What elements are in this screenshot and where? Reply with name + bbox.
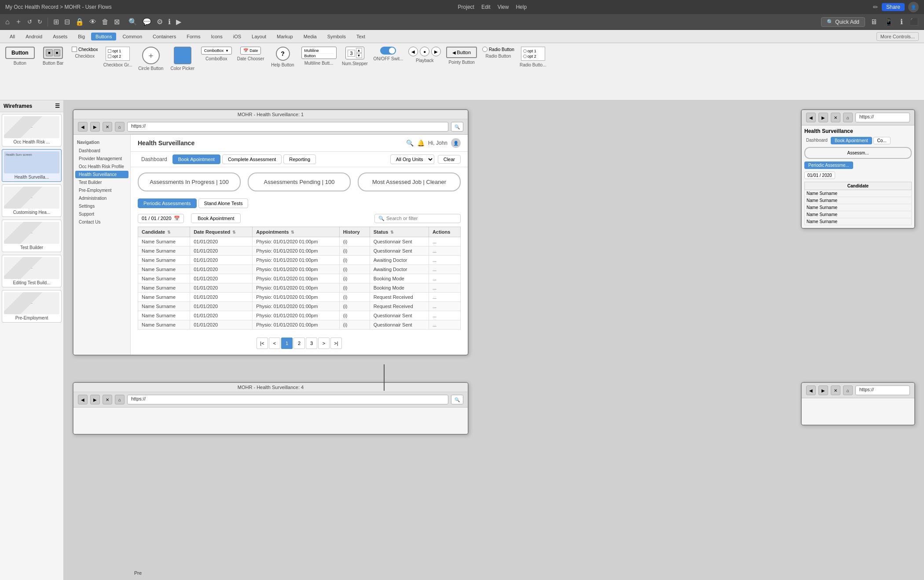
- browser-search-icon[interactable]: 🔍: [451, 122, 463, 132]
- book-appointment-btn[interactable]: Book Apointment: [191, 213, 241, 223]
- nav-item-admin[interactable]: Administration: [75, 195, 128, 202]
- col-date-requested[interactable]: Date Requested ⇅: [190, 227, 253, 237]
- nav-item-test-builder[interactable]: Test Builder: [75, 179, 128, 186]
- toolbar-export-icon[interactable]: ⬛: [908, 17, 920, 27]
- right-home-btn[interactable]: ⌂: [843, 113, 853, 122]
- toolbar-info-icon[interactable]: ℹ: [166, 17, 172, 27]
- right-forward-btn[interactable]: ▶: [818, 113, 828, 122]
- page-prev-btn[interactable]: <: [269, 338, 280, 349]
- menu-project[interactable]: Project: [458, 4, 474, 10]
- toolbar-monitor-icon[interactable]: 🖥: [869, 17, 879, 27]
- table-row[interactable]: Name Surname 01/01/2020 Physio: 01/01/20…: [138, 265, 461, 274]
- wf-item-customising[interactable]: ~ Customising Hea...: [2, 184, 62, 217]
- page-first-btn[interactable]: |<: [257, 338, 268, 349]
- right-back-btn[interactable]: ◀: [806, 113, 816, 122]
- filter-tab-markup[interactable]: Markup: [272, 33, 297, 40]
- filter-tab-media[interactable]: Media: [299, 33, 321, 40]
- toolbar-add-icon[interactable]: ＋: [13, 16, 24, 27]
- bottom-search-icon[interactable]: 🔍: [451, 395, 463, 404]
- filter-tab-android[interactable]: Android: [21, 33, 47, 40]
- reporting-nav-btn[interactable]: Reporting: [283, 154, 316, 164]
- nav-item-health-surv[interactable]: Health Surveillance: [75, 171, 128, 178]
- filter-tab-ios[interactable]: iOS: [229, 33, 246, 40]
- nav-item-support[interactable]: Support: [75, 210, 128, 218]
- page-1-btn[interactable]: 1: [281, 338, 293, 349]
- browser-url-1[interactable]: https://: [127, 122, 448, 132]
- palette-multiline-button[interactable]: Multiline Button Multiline Butt...: [301, 47, 337, 66]
- browser-back-btn[interactable]: ◀: [78, 122, 88, 132]
- bottom-back-btn[interactable]: ◀: [78, 395, 88, 404]
- br-home-btn[interactable]: ⌂: [843, 385, 853, 395]
- filter-tab-symbols[interactable]: Symbols: [323, 33, 350, 40]
- right-complete-btn[interactable]: Co...: [873, 137, 891, 144]
- filter-tab-all[interactable]: All: [5, 33, 19, 40]
- menu-edit[interactable]: Edit: [481, 4, 491, 10]
- table-row[interactable]: Name Surname 01/01/2020 Physio: 01/01/20…: [138, 237, 461, 246]
- toolbar-lock-icon[interactable]: 🔒: [73, 17, 86, 27]
- bell-icon[interactable]: 🔔: [417, 139, 425, 147]
- menu-help[interactable]: Help: [516, 4, 527, 10]
- wf-item-health-surv[interactable]: Health Surv screen Health Surveilla...: [2, 149, 62, 182]
- palette-date-chooser[interactable]: 📅 Date Date Chooser: [237, 47, 264, 61]
- nav-item-contact[interactable]: Contact Us: [75, 218, 128, 226]
- toolbar-comment-icon[interactable]: 💬: [141, 17, 153, 27]
- table-row[interactable]: Name Surname 01/01/2020 Physio: 01/01/20…: [138, 302, 461, 311]
- table-row[interactable]: Name Surname 01/01/2020 Physio: 01/01/20…: [138, 293, 461, 302]
- filter-tab-forms[interactable]: Forms: [182, 33, 205, 40]
- br-close-btn[interactable]: ✕: [831, 385, 840, 395]
- palette-button-bar[interactable]: ■ ■ Button Bar: [40, 47, 66, 66]
- quick-add-button[interactable]: 🔍 Quick Add: [821, 17, 865, 27]
- page-next-btn[interactable]: >: [318, 338, 330, 349]
- toolbar-group-icon[interactable]: ⊞: [51, 17, 61, 27]
- toolbar-zoom-icon[interactable]: 🔍: [127, 17, 139, 27]
- right-book-btn[interactable]: Book Apointment: [831, 137, 872, 144]
- stat-card-pending[interactable]: Assessments Pending | 100: [248, 173, 351, 191]
- browser-forward-btn[interactable]: ▶: [90, 122, 100, 132]
- toolbar-settings-icon[interactable]: ⚙: [155, 17, 165, 27]
- filter-tab-assets[interactable]: Assets: [48, 33, 72, 40]
- table-row[interactable]: Name Surname 01/01/2020 Physio: 01/01/20…: [138, 320, 461, 330]
- complete-assessment-nav-btn[interactable]: Complete Assessment: [222, 154, 282, 164]
- bottom-forward-btn[interactable]: ▶: [90, 395, 100, 404]
- table-row[interactable]: Name Surname 01/01/2020 Physio: 01/01/20…: [138, 246, 461, 256]
- toolbar-hide-icon[interactable]: 👁: [88, 17, 98, 27]
- col-candidate[interactable]: Candidate ⇅: [138, 227, 190, 237]
- page-2-btn[interactable]: 2: [293, 338, 305, 349]
- right-periodic-tab[interactable]: Periodic Assessme...: [804, 162, 853, 169]
- menu-view[interactable]: View: [498, 4, 509, 10]
- more-controls-button[interactable]: More Controls...: [876, 32, 919, 41]
- col-appointments[interactable]: Appointments ⇅: [253, 227, 339, 237]
- page-last-btn[interactable]: >|: [330, 338, 342, 349]
- palette-num-stepper[interactable]: 3 ▲ ▼ Num.Stepper: [342, 47, 368, 66]
- palette-color-picker[interactable]: Color Picker: [169, 47, 196, 71]
- bottom-close-btn[interactable]: ✕: [103, 395, 112, 404]
- toolbar-home-icon[interactable]: ⌂: [4, 17, 11, 27]
- toolbar-redo-icon[interactable]: ↻: [36, 18, 44, 26]
- search-icon-header[interactable]: 🔍: [406, 139, 414, 147]
- date-field[interactable]: 01 / 01 / 2020 📅: [138, 214, 184, 223]
- palette-checkbox[interactable]: Checkbox Checkbox: [72, 47, 98, 59]
- toolbar-info2-icon[interactable]: ℹ: [898, 17, 905, 27]
- col-actions[interactable]: Actions: [429, 227, 460, 237]
- palette-circle-button[interactable]: ＋ Circle Button: [138, 47, 164, 71]
- toolbar-undo-icon[interactable]: ↺: [26, 18, 34, 26]
- filter-tab-text[interactable]: Text: [352, 33, 370, 40]
- palette-checkbox-group[interactable]: opt 1 opt 2 Checkbox Gr...: [103, 47, 132, 67]
- filter-tab-icons[interactable]: Icons: [206, 33, 227, 40]
- palette-pointy-button[interactable]: ◀ Button Pointy Button: [446, 47, 477, 65]
- palette-button[interactable]: Button Button: [5, 47, 35, 66]
- right-date-field[interactable]: 01/01 / 2020: [804, 172, 835, 179]
- right-browser-url[interactable]: https://: [855, 113, 910, 122]
- palette-playback[interactable]: ◀ ● ▶ Playback: [408, 47, 441, 63]
- table-row[interactable]: Name Surname 01/01/2020 Physio: 01/01/20…: [138, 311, 461, 320]
- nav-item-provider[interactable]: Provider Management: [75, 155, 128, 162]
- col-status[interactable]: Status ⇅: [370, 227, 429, 237]
- nav-item-settings[interactable]: Settings: [75, 202, 128, 210]
- nav-item-risk-profile[interactable]: Occ Health Risk Profile: [75, 163, 128, 170]
- palette-radio-button[interactable]: Radio Button Radio Button: [482, 47, 514, 59]
- toolbar-crop-icon[interactable]: ⊠: [112, 17, 121, 27]
- clear-button[interactable]: Clear: [438, 155, 461, 164]
- nav-link-dashboard[interactable]: Dashboard: [138, 154, 171, 164]
- toolbar-play-icon[interactable]: ▶: [174, 17, 183, 27]
- tab-stand-alone-tests[interactable]: Stand Alone Tests: [198, 198, 249, 208]
